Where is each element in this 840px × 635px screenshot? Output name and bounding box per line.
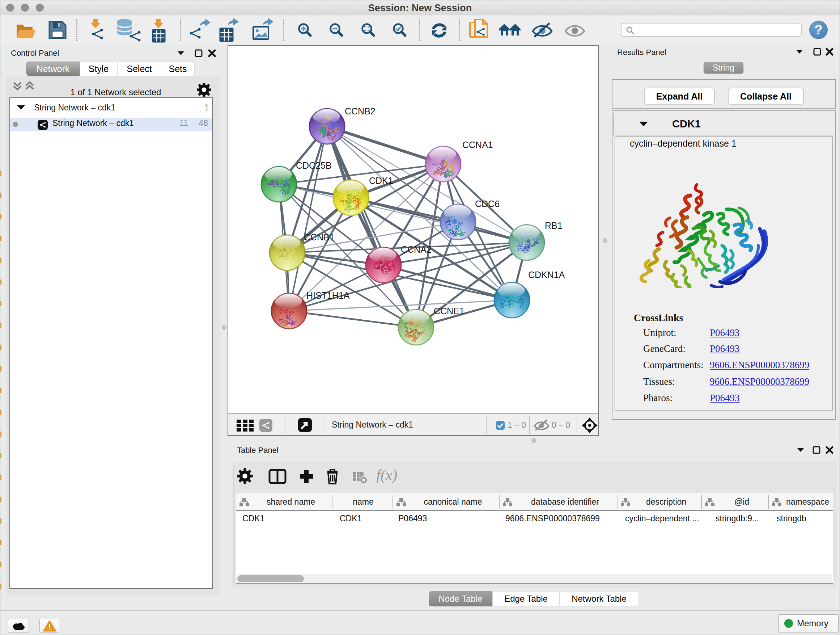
svg-text:CDC6: CDC6	[475, 199, 500, 209]
svg-text:CCNA1: CCNA1	[462, 140, 493, 150]
svg-text:CDK1: CDK1	[369, 176, 393, 186]
svg-text:CCNA2: CCNA2	[401, 244, 431, 255]
svg-text:CDC25B: CDC25B	[296, 160, 332, 171]
svg-text:CCNB1: CCNB1	[304, 232, 335, 242]
svg-text:CCNE1: CCNE1	[434, 306, 464, 316]
svg-text:HIST1H1A: HIST1H1A	[306, 290, 350, 301]
svg-text:CCNB2: CCNB2	[345, 106, 376, 116]
svg-text:RB1: RB1	[545, 220, 562, 231]
svg-text:CDKN1A: CDKN1A	[528, 270, 565, 280]
